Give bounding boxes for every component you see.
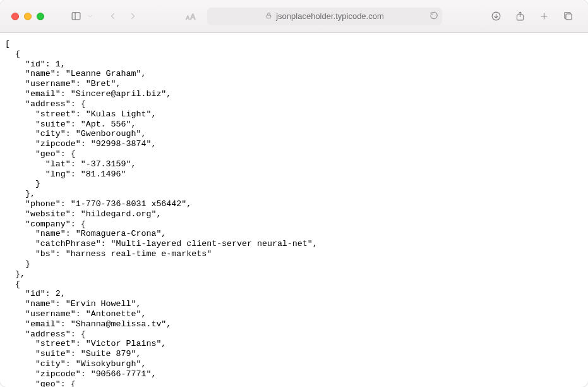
address-bar-domain: jsonplaceholder.typicode.com xyxy=(276,11,384,21)
svg-text:A: A xyxy=(186,15,190,20)
svg-rect-0 xyxy=(72,13,80,20)
new-tab-button[interactable] xyxy=(535,8,553,25)
svg-rect-11 xyxy=(565,14,571,20)
sidebar-menu-chevron-icon[interactable] xyxy=(85,8,95,25)
forward-button[interactable] xyxy=(124,8,141,25)
tab-overview-button[interactable] xyxy=(559,8,577,25)
text-size-button[interactable]: A A xyxy=(182,8,200,25)
window-controls xyxy=(11,13,44,20)
share-button[interactable] xyxy=(511,8,529,25)
address-bar[interactable]: jsonplaceholder.typicode.com xyxy=(207,8,442,25)
back-button[interactable] xyxy=(104,8,121,25)
svg-rect-4 xyxy=(267,15,271,18)
downloads-button[interactable] xyxy=(487,8,505,25)
window-zoom-button[interactable] xyxy=(37,13,44,20)
reload-button[interactable] xyxy=(429,11,438,22)
json-response-body[interactable]: [ { "id": 1, "name": "Leanne Graham", "u… xyxy=(0,33,588,387)
window-close-button[interactable] xyxy=(11,13,19,20)
window-minimize-button[interactable] xyxy=(24,13,32,20)
lock-icon xyxy=(265,11,272,21)
svg-text:A: A xyxy=(190,12,195,21)
sidebar-toggle-button[interactable] xyxy=(67,8,85,25)
browser-titlebar: A A jsonplaceholder.typicode.com xyxy=(0,0,588,33)
